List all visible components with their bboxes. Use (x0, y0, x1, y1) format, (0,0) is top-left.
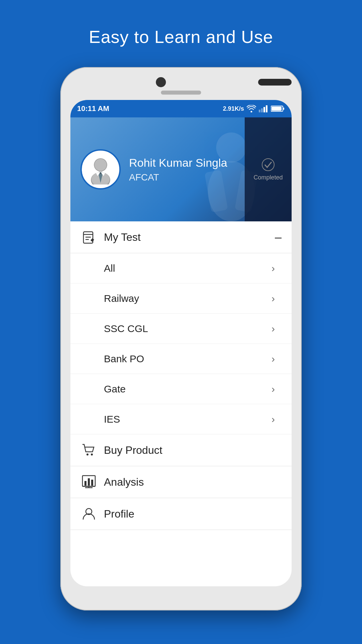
svg-point-26 (91, 453, 93, 455)
my-test-section[interactable]: My Test – (70, 221, 292, 253)
menu-item-analysis[interactable]: Analysis (70, 466, 292, 498)
menu-item-ssc-cgl[interactable]: SSC CGL › (70, 314, 292, 344)
svg-rect-2 (263, 107, 265, 112)
my-test-toggle[interactable]: – (275, 230, 282, 244)
phone-screen: 10:11 AM 2.91K/s (70, 100, 292, 586)
camera (156, 77, 166, 87)
phone-sensors (70, 77, 292, 87)
svg-point-25 (86, 453, 88, 455)
avatar-icon (85, 154, 116, 184)
menu-item-buy-product[interactable]: Buy Product (70, 434, 292, 466)
status-bar: 10:11 AM 2.91K/s (70, 100, 292, 117)
chevron-right-icon: › (272, 414, 275, 425)
analysis-label: Analysis (104, 476, 144, 488)
earpiece (258, 79, 292, 86)
ies-label: IES (104, 414, 120, 425)
menu-item-bank-po[interactable]: Bank PO › (70, 344, 292, 374)
svg-rect-3 (266, 105, 267, 112)
my-test-label: My Test (104, 231, 275, 244)
profile-icon (80, 505, 97, 522)
menu-item-ies[interactable]: IES › (70, 404, 292, 434)
svg-rect-0 (259, 110, 260, 112)
profile-exam: AFCAT (129, 172, 227, 183)
chevron-right-icon: › (272, 263, 275, 274)
page-header: Easy to Learn and Use (0, 0, 362, 67)
edit-icon (80, 229, 97, 246)
signal-icon (259, 105, 268, 112)
chevron-right-icon: › (272, 323, 275, 334)
svg-rect-32 (88, 478, 90, 486)
profile-label: Profile (104, 508, 134, 520)
phone-frame: 10:11 AM 2.91K/s (60, 67, 302, 610)
status-icons: 2.91K/s (223, 105, 285, 112)
right-panel: Completed (245, 117, 292, 221)
chart-icon (80, 474, 97, 490)
svg-rect-31 (84, 481, 86, 486)
status-network: 2.91K/s (223, 105, 244, 112)
railway-label: Railway (104, 293, 139, 304)
completed-label: Completed (253, 174, 283, 181)
avatar (80, 149, 121, 190)
svg-point-7 (216, 132, 246, 163)
chevron-right-icon: › (272, 383, 275, 395)
svg-point-19 (262, 159, 274, 171)
chevron-right-icon: › (272, 353, 275, 365)
menu-item-profile[interactable]: Profile (70, 498, 292, 530)
svg-rect-6 (272, 107, 282, 111)
status-time: 10:11 AM (77, 104, 109, 113)
ssc-cgl-label: SSC CGL (104, 323, 148, 334)
speaker (161, 91, 201, 95)
wifi-icon (247, 105, 256, 112)
bank-po-label: Bank PO (104, 353, 144, 365)
all-label: All (104, 263, 115, 274)
menu-item-railway[interactable]: Railway › (70, 283, 292, 314)
profile-header: Rohit Kumar Singla AFCAT Completed (70, 117, 292, 221)
svg-point-13 (95, 159, 107, 171)
menu-item-gate[interactable]: Gate › (70, 374, 292, 404)
gate-label: Gate (104, 383, 126, 395)
svg-rect-5 (283, 108, 284, 110)
battery-icon (271, 105, 285, 112)
menu-container: My Test – All › Railway › SSC CGL › Bank… (70, 221, 292, 530)
svg-rect-33 (91, 480, 93, 486)
buy-product-label: Buy Product (104, 444, 162, 457)
cart-icon (80, 442, 97, 459)
page-title: Easy to Learn and Use (0, 27, 362, 47)
chevron-right-icon: › (272, 293, 275, 304)
completed-icon (261, 158, 275, 171)
menu-item-all[interactable]: All › (70, 253, 292, 283)
svg-rect-1 (261, 108, 263, 112)
